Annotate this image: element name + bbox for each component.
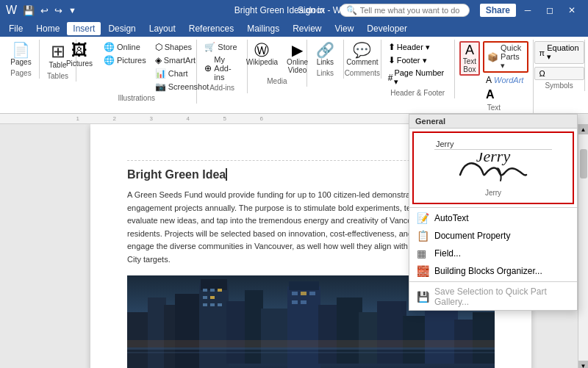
pictures-icon: 🖼: [71, 43, 87, 59]
pages-button[interactable]: 📄 Pages: [7, 41, 34, 68]
svg-rect-10: [218, 289, 222, 292]
svg-rect-27: [337, 297, 362, 364]
equation-button[interactable]: π Equation ▾: [534, 41, 584, 64]
share-button[interactable]: Share: [480, 4, 516, 17]
menu-design[interactable]: Design: [102, 22, 141, 35]
svg-rect-25: [301, 300, 306, 304]
signature-caption: Jerry: [485, 189, 501, 197]
menu-home[interactable]: Home: [30, 22, 65, 35]
media-group-content: Ⓦ Wikipedia ▶ OnlineVideo: [243, 41, 311, 76]
scroll-up-button[interactable]: ▲: [578, 124, 589, 134]
menu-mailings[interactable]: Mailings: [241, 22, 285, 35]
quick-parts-button[interactable]: 📦 Quick Parts ▾: [483, 41, 528, 73]
header-button[interactable]: ⬆ Header ▾: [386, 41, 450, 53]
menu-bar: File Home Insert Design Layout Reference…: [0, 21, 588, 37]
svg-rect-36: [127, 340, 495, 347]
symbols-group-content: π Equation ▾ Ω: [534, 41, 584, 80]
text-box-label: TextBox: [463, 57, 476, 73]
building-blocks-item[interactable]: 🧱 Building Blocks Organizer...: [409, 262, 577, 280]
online-video-label: OnlineVideo: [287, 58, 308, 74]
symbol-icon: Ω: [539, 69, 545, 78]
online-pictures-button-2[interactable]: 🌐 Pictures: [101, 54, 149, 66]
footer-icon: ⬇: [388, 55, 395, 65]
autotext-item[interactable]: 📝 AutoText: [409, 209, 577, 227]
links-button[interactable]: 🔗 Links: [312, 41, 338, 68]
ribbon-group-links: 🔗 Links Links: [307, 40, 344, 79]
ribbon: 📄 Pages Pages ⊞ Table Tables 🖼: [0, 37, 588, 114]
header-icon: ⬆: [388, 42, 395, 52]
my-addins-icon: ⊕: [204, 63, 212, 73]
building-blocks-icon: 🧱: [417, 265, 429, 277]
ribbon-group-pages: 📄 Pages Pages: [3, 40, 40, 79]
signature-preview: Jerry Jerry: [412, 131, 574, 204]
comment-button[interactable]: 💬 Comment: [343, 41, 381, 68]
wikipedia-button[interactable]: Ⓦ Wikipedia: [243, 41, 281, 68]
drop-cap-button[interactable]: A: [483, 87, 528, 102]
drop-cap-icon: A: [486, 88, 495, 101]
menu-developer[interactable]: Developer: [361, 22, 413, 35]
svg-rect-19: [287, 286, 320, 368]
dropdown-header: General: [409, 115, 577, 129]
save-selection-item[interactable]: 💾 Save Selection to Quick Part Gallery..…: [409, 284, 577, 310]
wordart-button[interactable]: A WordArt: [483, 74, 528, 86]
hf-group-content: ⬆ Header ▾ ⬇ Footer ▾ # Page Number ▾: [386, 41, 450, 87]
header-label: Header ▾: [397, 43, 430, 52]
save-icon[interactable]: 💾: [23, 5, 35, 16]
online-pictures-icon: 🌐: [104, 42, 115, 52]
store-button[interactable]: 🛒 Store: [201, 41, 243, 53]
menu-layout[interactable]: Layout: [143, 22, 182, 35]
ribbon-group-header-footer: ⬆ Header ▾ ⬇ Footer ▾ # Page Number ▾ He…: [381, 40, 455, 98]
online-pictures-button[interactable]: 🌐 Online: [101, 41, 149, 53]
vertical-scrollbar[interactable]: ▲ ▼: [578, 124, 588, 368]
pages-group-label: Pages: [10, 69, 31, 77]
menu-view[interactable]: View: [329, 22, 360, 35]
undo-icon[interactable]: ↩: [40, 5, 49, 16]
menu-file[interactable]: File: [3, 22, 29, 35]
svg-rect-30: [403, 316, 429, 364]
my-addins-button[interactable]: ⊕ My Add-ins: [201, 54, 243, 82]
svg-rect-5: [175, 294, 201, 368]
svg-rect-23: [309, 292, 315, 295]
page-number-button[interactable]: # Page Number ▾: [386, 68, 450, 87]
text-box-button[interactable]: A TextBox: [459, 41, 480, 76]
customize-icon[interactable]: ▼: [68, 6, 76, 15]
svg-rect-18: [261, 309, 290, 364]
illustrations-group-content: 🖼 Pictures 🌐 Online 🌐 Pictures: [61, 41, 212, 93]
left-margin: [0, 114, 44, 368]
scroll-down-button[interactable]: ▼: [578, 361, 589, 368]
document-property-item[interactable]: 📋 Document Property: [409, 227, 577, 245]
ribbon-group-text: A TextBox 📦 Quick Parts ▾ A WordArt A: [455, 40, 534, 113]
wikipedia-label: Wikipedia: [246, 58, 278, 66]
tell-me-box[interactable]: 🔍: [340, 4, 470, 17]
menu-references[interactable]: References: [183, 22, 240, 35]
equation-label: Equation ▾: [547, 43, 578, 62]
menu-review[interactable]: Review: [287, 22, 327, 35]
pictures-button[interactable]: 🖼 Pictures: [61, 41, 98, 69]
addins-col: 🛒 Store ⊕ My Add-ins: [201, 41, 243, 82]
illustrations-group-label: Illustrations: [118, 94, 155, 102]
menu-insert[interactable]: Insert: [67, 22, 101, 35]
page-number-icon: #: [388, 73, 393, 83]
field-label: Field...: [434, 248, 461, 259]
links-icon: 🔗: [316, 43, 334, 57]
illustrations-col-1: 🖼 Pictures: [61, 41, 98, 69]
scroll-thumb[interactable]: [580, 149, 587, 178]
svg-text:Jerry: Jerry: [476, 153, 511, 165]
save-selection-label: Save Selection to Quick Part Gallery...: [434, 286, 570, 307]
wikipedia-icon: Ⓦ: [254, 43, 269, 57]
shapes-icon: ⬡: [155, 42, 162, 52]
restore-button[interactable]: ◻: [539, 0, 560, 21]
tell-me-input[interactable]: [360, 6, 463, 15]
dropdown-divider-2: [409, 281, 577, 282]
close-button[interactable]: ✕: [562, 0, 582, 21]
minimize-button[interactable]: ─: [517, 0, 538, 21]
field-item[interactable]: ▦ Field...: [409, 245, 577, 262]
ribbon-group-addins: 🛒 Store ⊕ My Add-ins Add-ins: [197, 40, 248, 93]
footer-button[interactable]: ⬇ Footer ▾: [386, 54, 450, 66]
hf-group-label: Header & Footer: [390, 89, 445, 97]
svg-rect-15: [218, 303, 222, 306]
signature-name-input[interactable]: [434, 139, 552, 150]
redo-icon[interactable]: ↪: [54, 5, 62, 16]
symbol-button[interactable]: Ω: [534, 67, 584, 80]
comment-label: Comment: [346, 58, 378, 66]
